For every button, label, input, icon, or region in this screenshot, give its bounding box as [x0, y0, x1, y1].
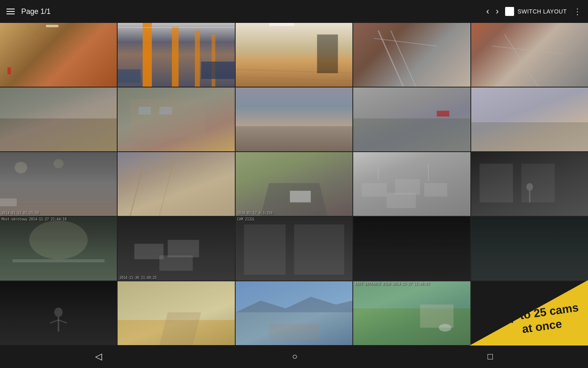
menu-button[interactable] [7, 9, 15, 14]
camera-cell-10[interactable] [471, 88, 588, 151]
camera-cell-25[interactable] [471, 281, 588, 345]
svg-rect-63 [118, 320, 234, 345]
cam-17-timestamp: 2014-11-30 21:40:25 [119, 276, 157, 280]
svg-marker-0 [0, 23, 117, 87]
camera-cell-18[interactable]: CAM 2132L [236, 217, 352, 280]
camera-cell-23[interactable] [236, 281, 352, 345]
svg-line-16 [379, 31, 403, 87]
svg-rect-55 [244, 224, 285, 275]
svg-rect-5 [143, 23, 152, 87]
svg-rect-29 [471, 122, 588, 151]
svg-rect-39 [362, 183, 387, 197]
svg-line-34 [130, 152, 147, 216]
svg-rect-49 [0, 217, 117, 280]
cam-16-label: Most obrotowy 2014-11-27 21:44:10 [2, 218, 67, 221]
svg-rect-27 [353, 119, 470, 151]
cam-13-timestamp: 2014-01-17 0:3:250 [237, 211, 273, 215]
switch-layout-button[interactable]: SWITCH LAYOUT [505, 7, 567, 16]
home-button[interactable]: ○ [292, 351, 297, 362]
camera-cell-20[interactable] [471, 217, 588, 280]
svg-rect-72 [420, 305, 454, 328]
camera-cell-13[interactable]: 2014-01-17 0:3:250 [236, 152, 352, 216]
svg-rect-46 [521, 164, 555, 202]
svg-rect-64 [118, 281, 234, 320]
svg-rect-6 [172, 27, 178, 87]
svg-rect-21 [0, 119, 117, 151]
cam-24-label: EAST ENTRANCE VIEW 2014-11-27 11:06:01 [355, 282, 430, 286]
svg-rect-3 [46, 25, 59, 27]
svg-rect-66 [236, 281, 352, 312]
camera-cell-11[interactable]: 2014-01-11 01:25:50 [0, 152, 117, 216]
camera-cell-15[interactable] [471, 152, 588, 216]
camera-cell-19[interactable] [353, 217, 470, 280]
camera-cell-2[interactable] [118, 23, 234, 87]
layout-icon [505, 7, 514, 16]
svg-rect-25 [160, 107, 172, 114]
switch-layout-label: SWITCH LAYOUT [517, 8, 567, 15]
camera-cell-17[interactable]: 2014-11-30 21:40:25 [118, 217, 234, 280]
svg-rect-11 [201, 62, 235, 79]
svg-point-32 [53, 159, 64, 168]
svg-marker-68 [236, 297, 352, 312]
svg-rect-24 [139, 107, 151, 114]
camera-cell-14[interactable] [353, 152, 470, 216]
back-button[interactable]: ◁ [95, 351, 102, 362]
camera-cell-12[interactable] [118, 152, 234, 216]
header-right: ‹ › SWITCH LAYOUT ⋮ [486, 7, 581, 16]
camera-cell-1[interactable] [0, 23, 117, 87]
more-options-button[interactable]: ⋮ [573, 7, 581, 16]
cam-11-timestamp: 2014-01-11 01:25:50 [2, 211, 39, 215]
camera-cell-4[interactable] [353, 23, 470, 87]
camera-cell-8[interactable] [236, 88, 352, 151]
svg-point-59 [54, 307, 62, 317]
svg-rect-14 [317, 34, 338, 73]
svg-line-1 [25, 23, 58, 54]
svg-rect-8 [212, 34, 216, 87]
svg-point-47 [526, 183, 533, 191]
svg-line-17 [391, 31, 416, 87]
camera-cell-22[interactable] [118, 281, 234, 345]
camera-cell-16[interactable]: Most obrotowy 2014-11-27 21:44:10 [0, 217, 117, 280]
svg-line-20 [492, 46, 563, 54]
svg-rect-10 [118, 69, 140, 83]
camera-grid: 2014-01-11 01:25:50 2014-01-17 0:3:250 [0, 23, 588, 345]
prev-button[interactable]: ‹ [486, 7, 489, 16]
svg-rect-23 [130, 99, 205, 138]
svg-rect-67 [236, 312, 352, 345]
svg-rect-45 [479, 164, 513, 202]
svg-rect-53 [168, 240, 199, 258]
svg-line-62 [58, 320, 67, 323]
svg-line-35 [160, 152, 176, 216]
svg-rect-69 [269, 324, 319, 339]
svg-rect-42 [387, 193, 416, 208]
svg-marker-37 [261, 183, 327, 216]
svg-rect-28 [437, 111, 450, 117]
svg-rect-54 [160, 256, 193, 271]
next-button[interactable]: › [496, 7, 499, 16]
svg-rect-7 [195, 31, 200, 87]
svg-line-18 [374, 38, 437, 46]
svg-rect-56 [294, 224, 344, 275]
svg-rect-71 [353, 308, 470, 345]
svg-rect-22 [0, 88, 117, 119]
camera-cell-3[interactable] [236, 23, 352, 87]
bottom-nav: ◁ ○ □ [0, 345, 588, 368]
svg-rect-52 [134, 244, 164, 259]
svg-point-50 [29, 220, 88, 259]
svg-rect-36 [236, 152, 352, 216]
camera-cell-24[interactable]: EAST ENTRANCE VIEW 2014-11-27 11:06:01 [353, 281, 470, 345]
camera-cell-7[interactable] [118, 88, 234, 151]
camera-cell-5[interactable] [471, 23, 588, 87]
svg-line-13 [236, 77, 352, 81]
recents-button[interactable]: □ [488, 351, 493, 362]
camera-cell-21[interactable] [0, 281, 117, 345]
svg-rect-30 [0, 152, 117, 216]
svg-line-19 [504, 34, 538, 87]
camera-cell-6[interactable] [0, 88, 117, 151]
svg-rect-40 [395, 179, 420, 195]
header: Page 1/1 ‹ › SWITCH LAYOUT ⋮ [0, 0, 588, 23]
svg-rect-38 [290, 191, 311, 202]
svg-rect-33 [0, 198, 17, 206]
camera-cell-9[interactable] [353, 88, 470, 151]
svg-point-31 [15, 162, 27, 173]
